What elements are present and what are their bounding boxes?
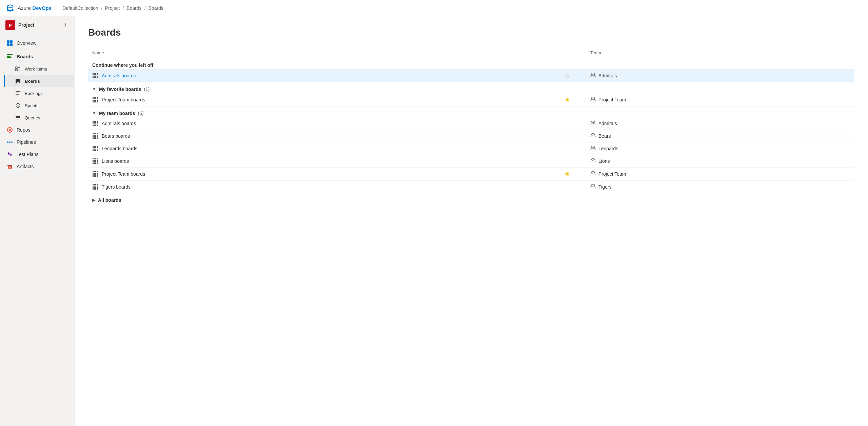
breadcrumb-item-1[interactable]: DefaultCollection (62, 5, 98, 11)
breadcrumb-item-3[interactable]: Boards (126, 5, 141, 11)
sidebar-item-work-items[interactable]: Work Items (4, 63, 74, 75)
team-cell-admirals-continue: Admirals (586, 69, 854, 82)
star-cell-admirals-team[interactable] (548, 117, 586, 130)
board-grid-icon (92, 158, 98, 164)
sidebar-item-testplans-label: Test Plans (17, 152, 39, 157)
sidebar-item-queries[interactable]: Queries (4, 112, 74, 124)
svg-point-27 (11, 141, 13, 143)
star-cell-admirals-continue[interactable]: ☆ (548, 69, 586, 82)
add-project-button[interactable]: + (62, 21, 69, 30)
svg-rect-46 (93, 77, 94, 78)
sidebar-item-artifacts[interactable]: Artifacts (0, 160, 74, 173)
svg-rect-54 (95, 97, 96, 98)
svg-rect-116 (95, 149, 96, 150)
svg-rect-79 (94, 123, 95, 124)
board-name-lions-team: Lions boards (102, 158, 129, 164)
board-name-cell-projectteam-team: Project Team boards (88, 168, 548, 181)
team-icon-bears-team (590, 133, 596, 139)
testplans-icon (6, 151, 13, 158)
svg-rect-165 (94, 186, 95, 187)
svg-rect-135 (97, 161, 98, 162)
sidebar-project: P Project + (0, 16, 74, 34)
team-icon-admirals-team (590, 120, 596, 127)
star-icon-projectteam-fav[interactable]: ★ (565, 96, 570, 103)
svg-rect-43 (94, 76, 95, 77)
svg-rect-15 (19, 79, 20, 83)
svg-rect-95 (97, 135, 98, 136)
table-header: Name Team (88, 47, 854, 58)
svg-rect-73 (97, 121, 98, 122)
sidebar-item-testplans[interactable]: Test Plans (0, 148, 74, 160)
svg-rect-34 (93, 73, 94, 74)
sidebar-item-pipelines-label: Pipelines (17, 139, 36, 145)
svg-rect-66 (95, 101, 96, 102)
svg-rect-77 (97, 122, 98, 123)
breadcrumb-item-2[interactable]: Project (105, 5, 120, 11)
all-boards-chevron[interactable]: ▶ (92, 198, 95, 202)
svg-rect-6 (7, 54, 13, 55)
board-name-tigers-team: Tigers boards (102, 184, 131, 190)
board-name-admirals-continue[interactable]: Admirals boards (102, 73, 136, 78)
svg-rect-108 (95, 146, 96, 147)
boards-section-icon (6, 53, 13, 60)
svg-rect-113 (97, 147, 98, 148)
team-name-leopards-team: Leopards (598, 146, 618, 151)
backlogs-icon (15, 90, 21, 97)
work-items-icon (15, 65, 21, 72)
azure-devops-logo-icon (5, 3, 15, 13)
team-cell-projectteam-team: Project Team (586, 168, 854, 181)
board-name-cell-leopards-team: Leopards boards (88, 142, 548, 155)
sidebar-item-sprints[interactable]: Sprints (4, 99, 74, 112)
team-name-projectteam-fav: Project Team (598, 97, 626, 102)
app-logo[interactable]: Azure DevOps (5, 3, 52, 13)
svg-rect-164 (93, 186, 94, 187)
svg-rect-128 (93, 160, 94, 161)
svg-rect-163 (97, 184, 98, 185)
star-icon-projectteam-team[interactable]: ★ (565, 171, 570, 177)
breadcrumb-item-4[interactable]: Boards (149, 5, 163, 11)
svg-rect-112 (95, 147, 96, 148)
boards-sub-icon (15, 78, 21, 84)
star-cell-tigers-team[interactable] (548, 181, 586, 193)
topbar: Azure DevOps DefaultCollection / Project… (0, 0, 868, 16)
svg-rect-52 (93, 97, 94, 98)
sidebar-item-repos[interactable]: Repos (0, 124, 74, 136)
board-grid-icon (92, 171, 98, 177)
svg-rect-124 (93, 158, 94, 159)
svg-rect-64 (93, 101, 94, 102)
svg-rect-48 (95, 77, 96, 78)
sidebar-item-boards-section[interactable]: Boards (0, 49, 74, 63)
table-row: Bears boardsBears (88, 130, 854, 142)
svg-rect-153 (97, 174, 98, 175)
all-boards-toggle[interactable]: ▶All boards (92, 197, 850, 203)
svg-rect-56 (93, 98, 94, 99)
team-name-projectteam-team: Project Team (598, 171, 626, 177)
all-boards-label: All boards (98, 197, 121, 203)
svg-rect-39 (94, 74, 95, 75)
sidebar-item-backlogs[interactable]: Backlogs (4, 87, 74, 99)
section-chevron-favorites[interactable]: ▼ (92, 87, 96, 92)
star-cell-projectteam-fav[interactable]: ★ (548, 93, 586, 106)
section-count-team-boards: (6) (138, 111, 143, 116)
sidebar-item-boards[interactable]: Boards (4, 75, 74, 87)
star-cell-projectteam-team[interactable]: ★ (548, 168, 586, 181)
svg-rect-115 (94, 149, 95, 150)
svg-rect-10 (16, 69, 17, 71)
star-icon-admirals-continue[interactable]: ☆ (565, 72, 570, 79)
table-row: Tigers boardsTigers (88, 181, 854, 193)
svg-rect-82 (93, 125, 94, 126)
board-name-cell-bears-team: Bears boards (88, 130, 548, 142)
svg-rect-22 (16, 119, 18, 119)
svg-rect-47 (94, 77, 95, 78)
star-cell-bears-team[interactable] (548, 130, 586, 142)
svg-rect-143 (94, 171, 95, 172)
sidebar-item-overview[interactable]: Overview (0, 37, 74, 49)
section-chevron-team-boards[interactable]: ▼ (92, 111, 96, 116)
star-cell-leopards-team[interactable] (548, 142, 586, 155)
board-grid-icon (92, 133, 98, 139)
page-title: Boards (88, 27, 854, 38)
star-cell-lions-team[interactable] (548, 155, 586, 168)
svg-rect-131 (97, 160, 98, 161)
table-body: Continue where you left offAdmirals boar… (88, 58, 854, 207)
sidebar-item-pipelines[interactable]: Pipelines (0, 136, 74, 148)
